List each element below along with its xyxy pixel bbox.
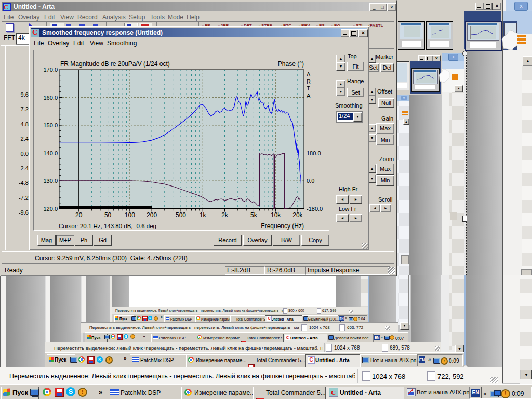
- svg-text:Frequency (Hz): Frequency (Hz): [261, 222, 304, 230]
- svg-text:2k: 2k: [221, 211, 229, 219]
- svg-text:A: A: [307, 92, 311, 99]
- svg-text:170.0: 170.0: [43, 66, 58, 73]
- svg-text:T: T: [307, 85, 310, 91]
- svg-text:A: A: [307, 71, 311, 77]
- svg-text:200: 200: [147, 211, 157, 219]
- svg-text:140.0: 140.0: [43, 150, 58, 156]
- svg-text:R: R: [307, 78, 311, 85]
- svg-text:150.0: 150.0: [43, 122, 58, 128]
- svg-text:0.0: 0.0: [307, 178, 314, 184]
- svg-text:FR Magnitude dB re 20uPa/V (1/: FR Magnitude dB re 20uPa/V (1/24 oct): [60, 60, 170, 68]
- svg-text:10k: 10k: [271, 211, 281, 219]
- svg-text:160.0: 160.0: [43, 95, 58, 101]
- svg-text:5k: 5k: [250, 211, 258, 219]
- svg-text:1k: 1k: [200, 211, 207, 219]
- svg-text:500: 500: [176, 211, 186, 219]
- svg-text:20k: 20k: [292, 211, 303, 219]
- svg-text:50: 50: [104, 211, 112, 219]
- svg-text:180.0: 180.0: [307, 150, 321, 156]
- svg-text:Cursor: 20.1 Hz, 143.80 dB, -0: Cursor: 20.1 Hz, 143.80 dB, -0.6 deg: [59, 223, 156, 229]
- svg-text:-180.0: -180.0: [307, 206, 323, 212]
- svg-text:130.0: 130.0: [43, 178, 58, 184]
- svg-text:120.0: 120.0: [43, 206, 58, 212]
- svg-text:100: 100: [125, 211, 135, 219]
- svg-text:Phase (°): Phase (°): [278, 60, 304, 68]
- svg-text:20: 20: [75, 211, 83, 219]
